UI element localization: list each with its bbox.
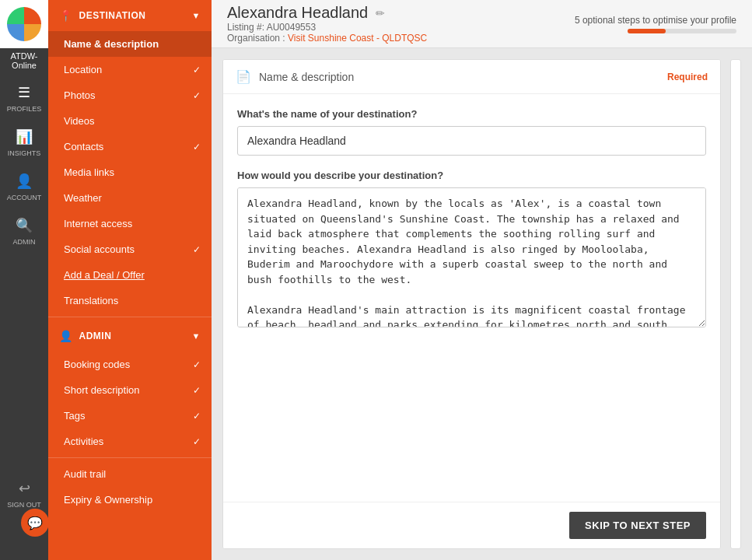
destination-name-input[interactable]	[237, 126, 706, 156]
right-panel	[730, 59, 741, 549]
admin-chevron-icon: ▼	[192, 331, 201, 341]
chat-bubble-button[interactable]: 💬	[21, 509, 49, 537]
nav-admin[interactable]: 🔍 ADMIN	[0, 209, 48, 254]
app-title: ATDW-Online	[0, 48, 48, 76]
organisation-info: Organisation : Visit Sunshine Coast - QL…	[227, 33, 427, 44]
form-footer: SKIP TO NEXT STEP	[223, 502, 720, 548]
contacts-check-icon: ✓	[193, 142, 201, 152]
required-badge: Required	[667, 72, 708, 82]
progress-bar-fill	[628, 29, 666, 33]
logo-area	[0, 0, 48, 48]
sidebar: 📍 DESTINATION ▼ Name & description Locat…	[48, 0, 212, 560]
sidebar-item-location[interactable]: Location ✓	[48, 57, 212, 82]
question2-label: How would you describe your destination?	[237, 170, 706, 181]
sidebar-item-tags[interactable]: Tags ✓	[48, 403, 212, 429]
sidebar-item-contacts[interactable]: Contacts ✓	[48, 134, 212, 159]
form-body: What's the name of your destination? How…	[223, 94, 720, 502]
nav-account[interactable]: 👤 ACCOUNT	[0, 165, 48, 209]
signout-icon: ↩	[19, 480, 30, 497]
question1-label: What's the name of your destination?	[237, 108, 706, 120]
sidebar-item-photos[interactable]: Photos ✓	[48, 82, 212, 108]
destination-icon: 📍	[59, 9, 73, 22]
sidebar-divider	[48, 317, 212, 317]
edit-title-icon[interactable]: ✏	[376, 7, 385, 19]
sidebar-item-translations[interactable]: Translations	[48, 288, 212, 313]
add-deal-offer-link[interactable]: Add a Deal / Offer	[48, 262, 212, 288]
nav-profiles[interactable]: ☰ PROFILES	[0, 76, 48, 121]
destination-section-header[interactable]: 📍 DESTINATION ▼	[48, 0, 212, 31]
sidebar-item-expiry-ownership[interactable]: Expiry & Ownership	[48, 487, 212, 513]
sidebar-item-internet-access[interactable]: Internet access	[48, 211, 212, 236]
form-panel-header: 📄 Name & description Required	[223, 60, 720, 94]
sidebar-item-booking-codes[interactable]: Booking codes ✓	[48, 352, 212, 377]
account-icon: 👤	[16, 173, 33, 190]
progress-bar-container	[628, 29, 736, 33]
form-panel: 📄 Name & description Required What's the…	[222, 59, 721, 549]
doc-icon: 📄	[236, 69, 251, 84]
booking-check-icon: ✓	[193, 359, 201, 370]
page-title: Alexandra Headland	[227, 4, 368, 22]
admin-section-icon: 👤	[59, 330, 73, 342]
nav-insights[interactable]: 📊 INSIGHTS	[0, 121, 48, 165]
destination-chevron-icon: ▼	[192, 11, 201, 20]
tags-check-icon: ✓	[193, 411, 201, 422]
content-area: 📄 Name & description Required What's the…	[212, 48, 752, 560]
sidebar-divider-2	[48, 457, 212, 458]
organisation-link[interactable]: Visit Sunshine Coast - QLDTQSC	[288, 33, 427, 44]
location-check-icon: ✓	[193, 65, 201, 75]
sidebar-item-weather[interactable]: Weather	[48, 185, 212, 211]
atdw-logo	[7, 7, 41, 41]
admin-icon: 🔍	[16, 217, 33, 234]
insights-icon: 📊	[16, 128, 33, 145]
optimise-section: 5 optional steps to optimise your profil…	[575, 15, 736, 33]
sidebar-item-media-links[interactable]: Media links	[48, 159, 212, 185]
sidebar-item-activities[interactable]: Activities ✓	[48, 429, 212, 454]
short-desc-check-icon: ✓	[193, 385, 201, 396]
sidebar-item-name-description[interactable]: Name & description	[48, 31, 212, 57]
admin-section-header[interactable]: 👤 ADMIN ▼	[48, 320, 212, 352]
sidebar-item-social-accounts[interactable]: Social accounts ✓	[48, 236, 212, 262]
description-textarea[interactable]: Alexandra Headland, known by the locals …	[237, 187, 706, 327]
activities-check-icon: ✓	[193, 436, 201, 447]
listing-number: Listing #: AU0049553	[227, 22, 427, 33]
photos-check-icon: ✓	[193, 90, 201, 101]
panel-title: Name & description	[259, 71, 354, 83]
sidebar-item-videos[interactable]: Videos	[48, 108, 212, 134]
icon-bar: ATDW-Online ☰ PROFILES 📊 INSIGHTS 👤 ACCO…	[0, 0, 48, 560]
skip-to-next-step-button[interactable]: SKIP TO NEXT STEP	[569, 512, 706, 539]
sidebar-item-audit-trail[interactable]: Audit trail	[48, 461, 212, 487]
optimise-text: 5 optional steps to optimise your profil…	[575, 15, 736, 26]
profiles-icon: ☰	[18, 84, 30, 101]
main-content: Alexandra Headland ✏ Listing #: AU004955…	[212, 0, 752, 560]
sidebar-item-short-description[interactable]: Short description ✓	[48, 377, 212, 403]
social-check-icon: ✓	[193, 244, 201, 255]
top-bar: Alexandra Headland ✏ Listing #: AU004955…	[212, 0, 752, 48]
